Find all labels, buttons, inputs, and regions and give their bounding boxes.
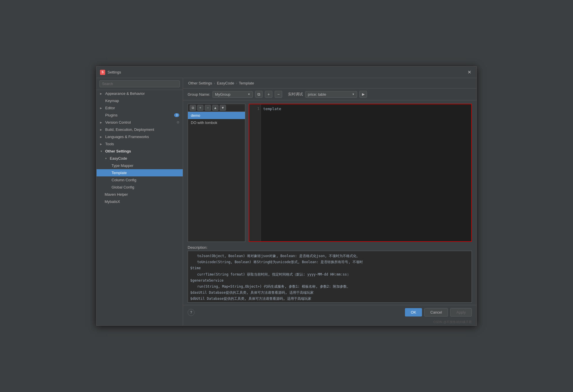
sidebar-item-label: EasyCode bbox=[110, 156, 127, 161]
arrow-icon: ▶ bbox=[100, 92, 103, 95]
apply-button[interactable]: Apply bbox=[450, 308, 472, 316]
realtime-value: price: table bbox=[308, 92, 326, 97]
sidebar-item-label: Maven Helper bbox=[105, 192, 128, 197]
app-logo: S bbox=[100, 70, 105, 75]
description-label: Description: bbox=[188, 245, 472, 250]
add-group-button[interactable]: + bbox=[265, 91, 272, 98]
sidebar-item-label: Other Settings bbox=[105, 149, 131, 153]
line-numbers: 1 bbox=[249, 104, 261, 241]
sidebar-item-global-config[interactable]: Global Config bbox=[97, 184, 183, 191]
sidebar-item-label: Column Config bbox=[112, 178, 136, 182]
sidebar-item-label: Appearance & Behavior bbox=[105, 91, 145, 96]
toolbar-row: Group Name: MyGroup ▼ ⧉ + − 实时调试 price: … bbox=[183, 88, 476, 100]
sidebar-item-tools[interactable]: ▶ Tools bbox=[97, 140, 183, 148]
desc-line: $time bbox=[190, 265, 469, 271]
watermark: CSDN @不摸鱼就的橘子君 bbox=[183, 319, 476, 325]
copy-group-button[interactable]: ⧉ bbox=[255, 91, 263, 98]
realtime-label: 实时调试 bbox=[288, 92, 303, 97]
search-box bbox=[97, 78, 183, 90]
bottom-bar: ? OK Cancel Apply bbox=[183, 305, 476, 319]
sidebar-item-label: MybatisX bbox=[105, 199, 120, 204]
content-area: Other Settings › EasyCode › Template Gro… bbox=[183, 78, 476, 325]
arrow-icon: ▶ bbox=[100, 107, 103, 110]
sidebar-item-label: Languages & Frameworks bbox=[105, 135, 149, 139]
breadcrumb-sep-1: › bbox=[214, 81, 215, 85]
search-input[interactable] bbox=[99, 80, 180, 87]
ok-button[interactable]: OK bbox=[405, 308, 422, 316]
sidebar-item-editor[interactable]: ▶ Editor bbox=[97, 104, 183, 112]
breadcrumb-template: Template bbox=[239, 81, 254, 85]
arrow-icon: ▶ bbox=[100, 128, 103, 131]
editor-panel: 1 template bbox=[249, 104, 472, 242]
copy-template-button[interactable]: ⧉ bbox=[190, 105, 196, 111]
sidebar-item-label: Build, Execution, Deployment bbox=[105, 127, 154, 132]
desc-line: $dbUtil Database提供的工具类, 具体可方法请查看源码, 适用于高… bbox=[190, 296, 469, 301]
main-area: ⧉ + − ▲ ▼ demo DO with lombok bbox=[183, 100, 476, 245]
sidebar-item-label: Global Config bbox=[112, 185, 134, 189]
title-bar-left: S Settings bbox=[100, 70, 121, 75]
desc-line: $dasUtil Database提供的工具类, 具体可方法请查看源码, 适用于… bbox=[190, 290, 469, 295]
breadcrumb: Other Settings › EasyCode › Template bbox=[183, 78, 476, 88]
sidebar-item-build[interactable]: ▶ Build, Execution, Deployment bbox=[97, 126, 183, 133]
title-bar: S Settings ✕ bbox=[97, 67, 476, 78]
sidebar-item-label: Version Control bbox=[105, 120, 131, 125]
template-list-panel: ⧉ + − ▲ ▼ demo DO with lombok bbox=[188, 104, 245, 242]
list-item[interactable]: DO with lombok bbox=[188, 119, 245, 126]
arrow-icon: ▼ bbox=[105, 157, 108, 160]
sidebar-item-mybatisx[interactable]: MybatisX bbox=[97, 198, 183, 205]
sidebar-item-label: Keymap bbox=[105, 99, 119, 103]
desc-line: $generateService bbox=[190, 278, 469, 283]
move-up-button[interactable]: ▲ bbox=[212, 105, 218, 111]
breadcrumb-sep-2: › bbox=[236, 81, 237, 85]
dialog-body: ▶ Appearance & Behavior ▶ Keymap ▶ Edito… bbox=[97, 78, 476, 325]
remove-template-button[interactable]: − bbox=[205, 105, 211, 111]
sidebar-item-label: Plugins bbox=[105, 113, 118, 117]
sidebar-item-label: Template bbox=[112, 171, 127, 175]
breadcrumb-easycode: EasyCode bbox=[217, 81, 234, 85]
desc-line: currTime(String format) 获取当前时间, 指定时间格式（默… bbox=[190, 272, 469, 277]
sidebar-item-column-config[interactable]: Column Config bbox=[97, 176, 183, 184]
remove-group-button[interactable]: − bbox=[275, 91, 282, 98]
sidebar-item-easycode[interactable]: ▼ EasyCode bbox=[97, 155, 183, 162]
arrow-icon: ▶ bbox=[100, 135, 103, 138]
arrow-icon: ▼ bbox=[100, 150, 103, 153]
settings-dialog: S Settings ✕ ▶ Appearance & Behavior ▶ K… bbox=[96, 66, 477, 326]
sidebar-item-languages[interactable]: ▶ Languages & Frameworks bbox=[97, 133, 183, 140]
line-number: 1 bbox=[250, 107, 259, 111]
arrow-icon: ▶ bbox=[100, 121, 103, 124]
sidebar-item-keymap[interactable]: ▶ Keymap bbox=[97, 97, 183, 104]
desc-line: toUnicode(String, Boolean) 将String转为unic… bbox=[190, 259, 469, 265]
cancel-button[interactable]: Cancel bbox=[424, 308, 448, 316]
vc-icon: ⊙ bbox=[177, 120, 179, 124]
run-realtime-button[interactable]: ▶ bbox=[359, 91, 367, 98]
sidebar-item-label: Editor bbox=[105, 106, 115, 110]
sidebar-item-other-settings[interactable]: ▼ Other Settings bbox=[97, 148, 183, 155]
desc-line: run(String, Map<String,Object>) 代码生成服务, … bbox=[190, 284, 469, 289]
description-area: Description: toJson(Object, Boolean) 将对象… bbox=[183, 245, 476, 305]
sidebar-item-label: Type Mapper bbox=[112, 163, 133, 168]
sidebar-item-template[interactable]: Template bbox=[97, 169, 183, 176]
move-down-button[interactable]: ▼ bbox=[220, 105, 226, 111]
template-list: demo DO with lombok bbox=[188, 112, 245, 242]
add-template-button[interactable]: + bbox=[197, 105, 203, 111]
close-button[interactable]: ✕ bbox=[466, 69, 473, 76]
plugins-badge: 3 bbox=[174, 113, 179, 117]
sidebar-item-appearance[interactable]: ▶ Appearance & Behavior bbox=[97, 90, 183, 97]
bottom-buttons: OK Cancel Apply bbox=[405, 308, 472, 316]
desc-line: toJson(Object, Boolean) 将对象转json对象, Bool… bbox=[190, 253, 469, 259]
sidebar-item-type-mapper[interactable]: Type Mapper bbox=[97, 162, 183, 169]
template-editor[interactable]: template bbox=[261, 104, 471, 241]
list-item[interactable]: demo bbox=[188, 112, 245, 119]
sidebar-item-version-control[interactable]: ▶ Version Control ⊙ bbox=[97, 119, 183, 126]
chevron-down-icon: ▼ bbox=[248, 93, 250, 96]
list-toolbar: ⧉ + − ▲ ▼ bbox=[188, 104, 245, 112]
group-name-label: Group Name: bbox=[188, 92, 210, 97]
group-name-value: MyGroup bbox=[215, 92, 230, 97]
sidebar-item-maven-helper[interactable]: Maven Helper bbox=[97, 191, 183, 198]
realtime-dropdown[interactable]: price: table ▼ bbox=[305, 91, 357, 98]
group-name-dropdown[interactable]: MyGroup ▼ bbox=[212, 91, 253, 98]
sidebar: ▶ Appearance & Behavior ▶ Keymap ▶ Edito… bbox=[97, 78, 183, 325]
breadcrumb-other-settings: Other Settings bbox=[188, 81, 212, 85]
help-button[interactable]: ? bbox=[188, 309, 195, 316]
sidebar-item-plugins[interactable]: ▶ Plugins 3 bbox=[97, 112, 183, 119]
